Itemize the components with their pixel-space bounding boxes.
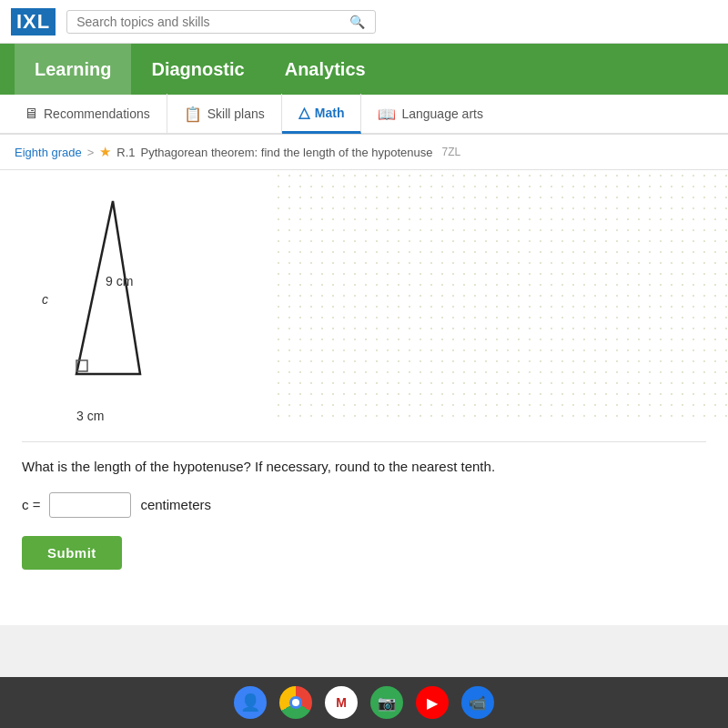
nav-item-analytics[interactable]: Analytics	[265, 44, 386, 95]
taskbar-youtube-icon[interactable]: ▶	[416, 686, 449, 719]
star-icon: ★	[99, 144, 111, 160]
search-icon: 🔍	[349, 15, 365, 29]
tab-language-arts[interactable]: 📖 Language arts	[361, 94, 500, 134]
nav-item-diagnostic[interactable]: Diagnostic	[131, 44, 264, 95]
submit-button[interactable]: Submit	[22, 536, 122, 570]
breadcrumb-skill-code: 7ZL	[441, 146, 460, 158]
math-icon: △	[298, 104, 309, 121]
tab-skillplans-label: Skill plans	[207, 106, 265, 121]
taskbar: 👤 M 📷 ▶ 📹	[0, 677, 728, 728]
nav-bar: Learning Diagnostic Analytics	[0, 44, 728, 95]
ixl-logo: IXL	[11, 8, 56, 35]
tab-math[interactable]: △ Math	[282, 94, 362, 134]
answer-input[interactable]	[49, 492, 131, 518]
tab-recommendations-label: Recommendations	[44, 106, 150, 121]
triangle-svg	[40, 192, 186, 410]
nav-item-learning[interactable]: Learning	[15, 44, 131, 95]
taskbar-person-icon[interactable]: 👤	[234, 686, 267, 719]
main-content: c 9 cm 3 cm What is the length of the hy…	[0, 170, 728, 625]
breadcrumb-separator: >	[87, 146, 95, 159]
skillplans-icon: 📋	[184, 106, 202, 123]
breadcrumb-skill-id: R.1	[116, 146, 135, 159]
label-c: c	[42, 292, 48, 307]
answer-suffix: centimeters	[140, 497, 211, 512]
taskbar-meet-icon[interactable]: 📷	[370, 686, 403, 719]
answer-prefix: c =	[22, 497, 40, 512]
search-bar[interactable]: 🔍	[66, 10, 376, 34]
label-9cm: 9 cm	[106, 274, 133, 288]
breadcrumb-skill-name: Pythagorean theorem: find the length of …	[141, 146, 433, 159]
question-text: What is the length of the hypotenuse? If…	[22, 457, 706, 478]
breadcrumb-grade[interactable]: Eighth grade	[15, 146, 82, 159]
tab-recommendations[interactable]: 🖥 Recommendations	[7, 94, 167, 134]
question-section: What is the length of the hypotenuse? If…	[22, 441, 706, 570]
label-3cm: 3 cm	[76, 409, 104, 423]
sub-nav: 🖥 Recommendations 📋 Skill plans △ Math 📖…	[0, 95, 728, 135]
tab-skill-plans[interactable]: 📋 Skill plans	[167, 94, 282, 134]
tab-math-label: Math	[315, 106, 345, 120]
answer-row: c = centimeters	[22, 492, 706, 518]
top-bar: IXL 🔍	[0, 0, 728, 44]
tab-languagearts-label: Language arts	[401, 106, 483, 121]
breadcrumb: Eighth grade > ★ R.1 Pythagorean theorem…	[0, 135, 728, 170]
taskbar-gmail-icon[interactable]: M	[325, 686, 358, 719]
taskbar-camera-icon[interactable]: 📹	[461, 686, 494, 719]
taskbar-chrome-icon[interactable]	[279, 686, 312, 719]
search-input[interactable]	[76, 15, 349, 29]
languagearts-icon: 📖	[378, 106, 396, 123]
diagram-area: c 9 cm 3 cm	[22, 192, 706, 420]
recommendations-icon: 🖥	[24, 106, 38, 122]
triangle-diagram: c 9 cm 3 cm	[40, 192, 222, 420]
